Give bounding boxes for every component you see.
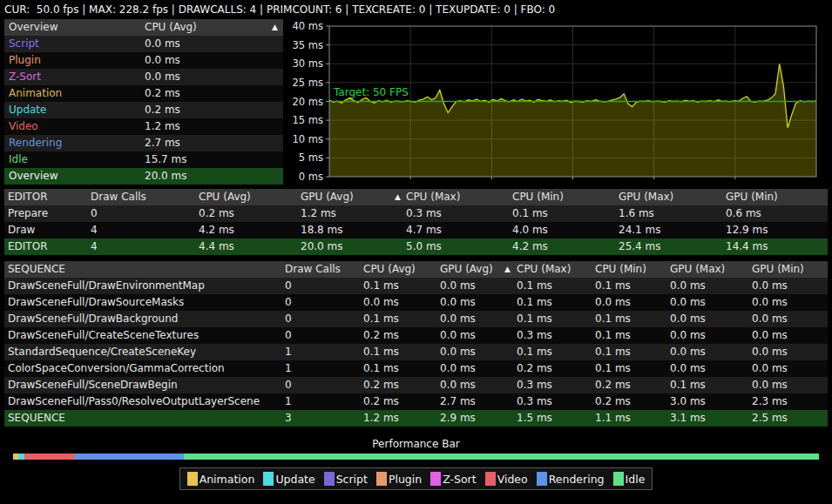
column-header-cpu-max[interactable]: CPU (Max)	[517, 261, 571, 278]
y-tick-label: 30 ms	[293, 57, 323, 70]
gpu-max-value: 0.0 ms	[670, 311, 706, 327]
overview-row[interactable]: Z-Sort 0.0 ms	[4, 69, 283, 85]
cpu-max-value: 0.3 ms	[406, 205, 442, 222]
overview-table-header[interactable]: Overview CPU (Avg) ▲	[4, 19, 283, 36]
row-name: DrawSceneFull/DrawBackground	[8, 311, 178, 327]
legend-color-swatch-icon	[324, 472, 335, 486]
legend-color-swatch-icon	[613, 472, 624, 486]
sequence-row[interactable]: StandardSequence/CreateSceneKey 1 0.1 ms…	[4, 344, 828, 360]
column-header-overview[interactable]: Overview	[9, 19, 58, 36]
column-header-cpu-min[interactable]: CPU (Min)	[512, 189, 564, 205]
overview-row[interactable]: Update 0.2 ms	[4, 102, 283, 118]
category-label: Overview	[9, 168, 58, 185]
legend-item: Rendering	[537, 472, 605, 486]
column-header-gpu-max[interactable]: GPU (Max)	[670, 261, 725, 278]
column-header-cpu-avg[interactable]: CPU (Avg)	[363, 261, 416, 278]
cpu-avg-value: 0.0 ms	[145, 36, 180, 52]
sequence-row[interactable]: DrawSceneFull/Pass0/ResolveOutputLayerSc…	[4, 393, 828, 410]
cpu-min-value: 0.1 ms	[595, 327, 631, 344]
row-name: DrawSceneFull/Pass0/ResolveOutputLayerSc…	[8, 393, 260, 410]
editor-row[interactable]: Draw 4 4.2 ms 18.8 ms 4.7 ms 4.0 ms 24.1…	[4, 222, 828, 239]
category-label: Rendering	[9, 135, 62, 151]
legend-item: Animation	[187, 472, 255, 486]
y-tick-label: 25 ms	[293, 77, 323, 89]
sequence-row[interactable]: ColorSpaceConversion/GammaCorrection 1 0…	[4, 360, 828, 377]
column-header-gpu-min[interactable]: GPU (Min)	[726, 189, 778, 205]
legend-label: Animation	[200, 473, 255, 486]
cpu-avg-value: 15.7 ms	[145, 151, 186, 168]
gpu-min-value: 0.0 ms	[752, 294, 788, 311]
cpu-avg-value: 0.2 ms	[363, 327, 399, 344]
overview-row[interactable]: Idle 15.7 ms	[4, 151, 283, 168]
overview-row[interactable]: Animation 0.2 ms	[4, 85, 283, 102]
legend-box: Animation Update Script Plugin	[179, 467, 653, 490]
editor-row[interactable]: Prepare 0 0.2 ms 1.2 ms 0.3 ms 0.1 ms 1.…	[4, 205, 828, 222]
column-header-cpu-min[interactable]: CPU (Min)	[595, 261, 646, 278]
sequence-row[interactable]: DrawSceneFull/SceneDrawBegin 0 0.2 ms 0.…	[4, 377, 828, 393]
sequence-row[interactable]: DrawSceneFull/DrawBackground 0 0.1 ms 0.…	[4, 311, 828, 327]
cpu-max-value: 0.1 ms	[517, 344, 552, 360]
column-header-draw-calls[interactable]: Draw Calls	[285, 261, 341, 278]
gpu-min-value: 0.0 ms	[752, 344, 788, 360]
target-fps-label: Target: 50 FPS	[333, 86, 409, 98]
legend-color-swatch-icon	[485, 472, 496, 486]
frame-time-chart: 40 ms35 ms30 ms25 ms20 ms15 ms10 ms5 ms0…	[287, 19, 832, 187]
column-header-gpu-min[interactable]: GPU (Min)	[752, 261, 804, 278]
column-header-cpu-avg[interactable]: CPU (Avg)	[145, 19, 197, 36]
column-header-gpu-max[interactable]: GPU (Max)	[619, 189, 673, 205]
legend-item: Video	[485, 472, 528, 486]
row-name: Draw	[8, 222, 35, 239]
category-label: Z-Sort	[9, 69, 41, 85]
cpu-min-value: 4.2 ms	[512, 239, 548, 255]
performance-bar-segment	[184, 454, 819, 460]
draw-calls-value: 0	[285, 327, 292, 344]
sequence-row[interactable]: DrawSceneFull/DrawEnvironmentMap 0 0.1 m…	[4, 278, 828, 294]
sequence-row[interactable]: DrawSceneFull/DrawSourceMasks 0 0.0 ms 0…	[4, 294, 828, 311]
overview-row[interactable]: Rendering 2.7 ms	[4, 135, 283, 151]
sort-ascending-icon[interactable]: ▲	[272, 19, 278, 36]
column-header-sequence[interactable]: SEQUENCE	[8, 261, 65, 278]
legend-label: Z-Sort	[443, 473, 476, 486]
column-header-cpu-avg[interactable]: CPU (Avg)	[199, 189, 251, 205]
cpu-avg-value: 20.0 ms	[145, 168, 186, 185]
column-header-gpu-avg[interactable]: GPU (Avg)	[301, 189, 354, 205]
sort-ascending-icon[interactable]: ▲	[395, 189, 401, 205]
row-name: EDITOR	[8, 239, 47, 255]
performance-bar-segment	[24, 454, 75, 460]
gpu-max-value: 24.1 ms	[619, 222, 660, 239]
overview-row[interactable]: Plugin 0.0 ms	[4, 52, 283, 69]
sequence-row[interactable]: SEQUENCE 3 1.2 ms 2.9 ms 1.5 ms 1.1 ms 3…	[4, 410, 828, 427]
overview-row[interactable]: Video 1.2 ms	[4, 118, 283, 135]
editor-row[interactable]: EDITOR 4 4.4 ms 20.0 ms 5.0 ms 4.2 ms 25…	[4, 239, 828, 255]
cpu-min-value: 0.1 ms	[595, 278, 631, 294]
column-header-cpu-max[interactable]: CPU (Max)	[406, 189, 460, 205]
sequence-row[interactable]: DrawSceneFull/CreateSceneTextures 0 0.2 …	[4, 327, 828, 344]
legend-label: Update	[275, 473, 315, 486]
legend-label: Plugin	[389, 473, 422, 486]
performance-bar	[13, 454, 819, 460]
cpu-max-value: 0.3 ms	[517, 377, 552, 393]
legend-label: Script	[336, 473, 368, 486]
sequence-table-header[interactable]: SEQUENCE Draw Calls CPU (Avg) GPU (Avg) …	[4, 261, 828, 278]
row-name: DrawSceneFull/DrawSourceMasks	[8, 294, 184, 311]
row-name: DrawSceneFull/SceneDrawBegin	[8, 377, 178, 393]
legend-item: Z-Sort	[430, 472, 476, 486]
legend-color-swatch-icon	[376, 472, 387, 486]
column-header-editor[interactable]: EDITOR	[8, 189, 47, 205]
gpu-avg-value: 1.2 ms	[301, 205, 336, 222]
legend-item: Plugin	[376, 472, 422, 486]
sort-ascending-icon[interactable]: ▲	[504, 261, 511, 278]
legend-item: Update	[263, 472, 315, 486]
column-header-draw-calls[interactable]: Draw Calls	[91, 189, 146, 205]
gpu-min-value: 12.9 ms	[726, 222, 768, 239]
cpu-avg-value: 2.7 ms	[145, 135, 180, 151]
y-tick-label: 15 ms	[293, 114, 323, 126]
overview-row[interactable]: Script 0.0 ms	[4, 36, 283, 52]
performance-bar-segment	[75, 454, 184, 460]
draw-calls-value: 0	[91, 205, 98, 222]
overview-row[interactable]: Overview 20.0 ms	[4, 168, 283, 185]
editor-table-header[interactable]: EDITOR Draw Calls CPU (Avg) GPU (Avg) CP…	[4, 189, 828, 205]
legend-color-swatch-icon	[187, 472, 198, 486]
column-header-gpu-avg[interactable]: GPU (Avg)	[440, 261, 493, 278]
gpu-max-value: 0.0 ms	[670, 360, 706, 377]
